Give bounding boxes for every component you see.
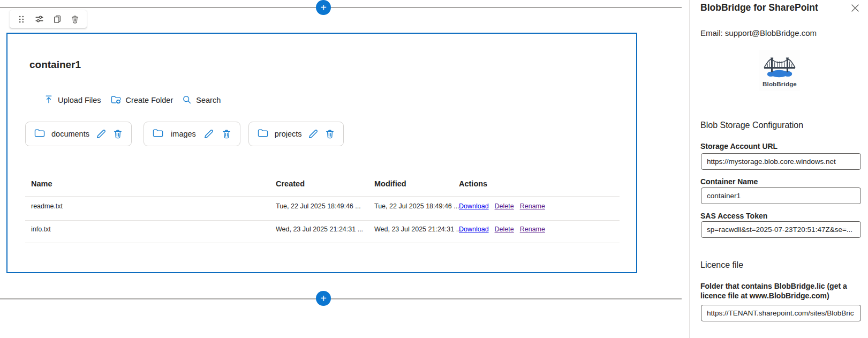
create-folder-button[interactable]: Create Folder [111,94,173,106]
header-modified: Modified [374,179,406,188]
section-divider-bottom [0,298,682,299]
delete-folder-icon[interactable] [325,129,335,139]
delete-folder-icon[interactable] [113,129,123,139]
add-webpart-button-top[interactable]: + [316,0,331,15]
delete-webpart-icon[interactable] [69,13,81,26]
page-canvas: + + [0,0,868,338]
folder-add-icon [111,95,121,106]
file-modified: Wed, 23 Jul 2025 21:24:31 ... [374,226,462,233]
table-row: info.txt Wed, 23 Jul 2025 21:24:31 ... W… [25,226,620,235]
file-name: info.txt [31,226,51,233]
folder-icon [258,129,268,139]
rename-link[interactable]: Rename [520,226,545,233]
folder-name: documents [51,130,89,138]
upload-files-label: Upload Files [58,96,101,104]
container-name-input[interactable] [701,187,861,204]
search-label: Search [196,96,221,104]
folder-icon [34,129,45,139]
table-divider [25,196,620,197]
container-title: container1 [29,59,81,71]
upload-files-button[interactable]: Upload Files [44,94,101,106]
property-pane: BlobBridge for SharePoint Email: support… [689,0,868,338]
plus-icon: + [320,293,327,304]
sas-token-input[interactable] [701,221,861,238]
rename-folder-icon[interactable] [203,129,214,139]
container-name-label: Container Name [700,177,857,186]
folder-chip-projects[interactable]: projects [248,122,344,146]
folder-icon [153,129,163,139]
download-link[interactable]: Download [459,202,489,210]
delete-link[interactable]: Delete [495,226,514,233]
file-actions: Download Delete Rename [459,202,545,210]
support-email: Email: support@BlobBridge.com [700,28,817,37]
bridge-logo-icon [763,55,796,80]
command-bar: Upload Files Create Folder [44,94,221,106]
table-divider [25,220,620,221]
download-link[interactable]: Download [459,226,489,233]
configure-webpart-icon[interactable] [33,13,46,26]
header-created: Created [276,179,305,188]
storage-account-url-label: Storage Account URL [700,141,857,151]
search-icon [183,95,191,106]
file-created: Tue, 22 Jul 2025 18:49:46 ... [276,202,361,210]
property-pane-title: BlobBridge for SharePoint [700,2,818,13]
rename-folder-icon[interactable] [96,129,107,139]
licence-folder-input[interactable] [701,305,861,321]
licence-section-heading: Licence file [700,260,743,270]
folder-name: images [171,130,196,138]
plus-icon: + [320,2,327,13]
licence-folder-label: Folder that contains BlobBridge.lic (get… [700,281,857,301]
sas-token-label: SAS Access Token [700,211,857,221]
file-created: Wed, 23 Jul 2025 21:24:31 ... [276,226,363,233]
table-divider [25,243,620,243]
folder-name: projects [275,130,302,138]
blobbridge-webpart: container1 Upload Files C [6,33,637,273]
rename-link[interactable]: Rename [520,202,545,210]
delete-folder-icon[interactable] [222,129,231,139]
file-name: readme.txt [31,202,63,210]
storage-section-heading: Blob Storage Configuration [700,121,803,130]
duplicate-webpart-icon[interactable] [51,13,64,26]
upload-icon [44,95,53,106]
close-icon[interactable] [850,3,860,13]
file-actions: Download Delete Rename [459,226,545,233]
section-divider-top [0,7,682,8]
webpart-toolbar [10,10,87,28]
table-row: readme.txt Tue, 22 Jul 2025 18:49:46 ...… [25,202,620,212]
add-webpart-button-bottom[interactable]: + [316,291,331,306]
header-name: Name [31,179,52,188]
delete-link[interactable]: Delete [495,202,514,210]
search-button[interactable]: Search [183,94,221,106]
drag-handle-icon[interactable] [15,13,28,26]
file-modified: Tue, 22 Jul 2025 18:49:46 ... [374,202,459,210]
folder-chip-documents[interactable]: documents [25,122,132,146]
create-folder-label: Create Folder [126,96,173,104]
storage-account-url-input[interactable] [701,153,861,170]
folder-chip-images[interactable]: images [144,122,240,146]
blobbridge-logo: BlobBridge [759,50,800,91]
header-actions: Actions [459,179,487,188]
rename-folder-icon[interactable] [308,129,319,139]
logo-wordmark: BlobBridge [763,81,797,87]
